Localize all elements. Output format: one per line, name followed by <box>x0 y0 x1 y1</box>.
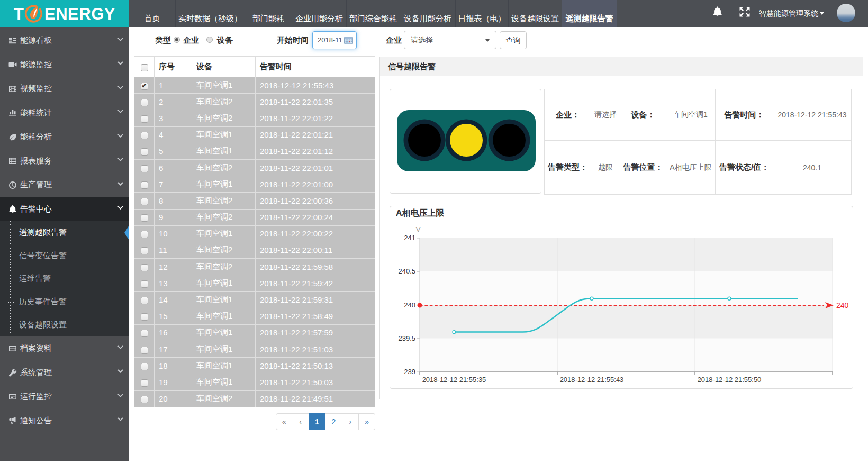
svg-text:240: 240 <box>836 301 849 310</box>
svg-text:240: 240 <box>404 301 415 309</box>
svg-text:241: 241 <box>404 234 415 242</box>
svg-text:2018-12-12 21:55:43: 2018-12-12 21:55:43 <box>560 376 624 384</box>
svg-text:240.5: 240.5 <box>398 267 415 275</box>
svg-text:2018-12-12 21:55:50: 2018-12-12 21:55:50 <box>698 376 762 384</box>
svg-text:2018-12-12 21:55:35: 2018-12-12 21:55:35 <box>422 376 486 384</box>
svg-text:239.5: 239.5 <box>398 334 415 342</box>
svg-text:V: V <box>416 225 421 233</box>
svg-text:239: 239 <box>404 368 415 376</box>
